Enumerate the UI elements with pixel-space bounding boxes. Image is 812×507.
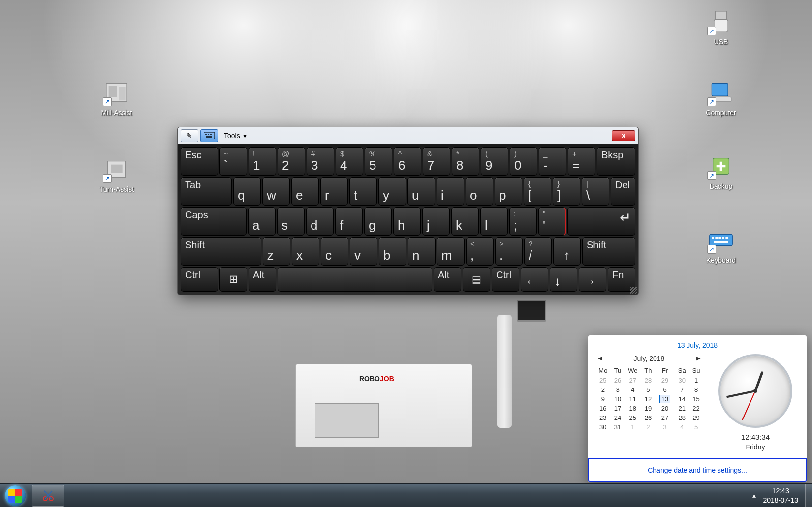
key-backtick[interactable]: ~` — [219, 147, 247, 176]
key-arrow-right[interactable]: → — [579, 267, 606, 292]
key-period[interactable]: >. — [495, 237, 523, 266]
key-q[interactable]: q — [233, 177, 261, 206]
key-backspace[interactable]: Bksp — [597, 147, 635, 176]
key-0[interactable]: )0 — [510, 147, 537, 176]
key-menu[interactable]: ▤ — [463, 267, 490, 292]
calendar-day[interactable]: 18 — [624, 404, 641, 413]
key-5[interactable]: %5 — [365, 147, 392, 176]
calendar-day[interactable]: 8 — [689, 385, 703, 394]
key-v[interactable]: v — [350, 237, 377, 266]
key-a[interactable]: a — [248, 207, 276, 236]
key-8[interactable]: *8 — [452, 147, 479, 176]
calendar-day[interactable]: 20 — [655, 404, 675, 413]
key-4[interactable]: $4 — [336, 147, 363, 176]
calendar-day[interactable]: 2 — [595, 385, 611, 394]
prev-month-button[interactable]: ◀ — [595, 354, 605, 362]
keyboard-mode-button[interactable] — [200, 129, 218, 142]
calendar-day[interactable]: 11 — [624, 394, 641, 404]
key-r[interactable]: r — [320, 177, 348, 206]
key-slash[interactable]: ?/ — [524, 237, 552, 266]
calendar-day[interactable]: 12 — [641, 394, 655, 404]
key-e[interactable]: e — [291, 177, 319, 206]
key-d[interactable]: d — [306, 207, 334, 236]
calendar-grid[interactable]: MoTuWeThFrSaSu 2526272829301234567891011… — [595, 365, 703, 432]
taskbar-snipping-tool[interactable] — [32, 485, 64, 507]
key-arrow-left[interactable]: ← — [521, 267, 548, 292]
calendar-day[interactable]: 3 — [611, 385, 625, 394]
desktop-icon-mill-assist[interactable]: ↗ Mill-Assist — [94, 79, 139, 117]
key-w[interactable]: w — [262, 177, 290, 206]
calendar-day[interactable]: 31 — [611, 422, 625, 432]
calendar-day[interactable]: 26 — [611, 376, 625, 385]
key-i[interactable]: i — [437, 177, 464, 206]
key-2[interactable]: @2 — [278, 147, 305, 176]
key-alt-right[interactable]: Alt — [434, 267, 461, 292]
calendar-day[interactable]: 16 — [595, 404, 611, 413]
key-shift-right[interactable]: Shift — [582, 237, 635, 266]
key-backslash[interactable]: |\ — [582, 177, 609, 206]
calendar-day[interactable]: 13 — [655, 394, 675, 404]
key-arrow-down[interactable]: ↓ — [550, 267, 577, 292]
key-ctrl-left[interactable]: Ctrl — [181, 267, 218, 292]
calendar-day[interactable]: 1 — [624, 422, 641, 432]
calendar-day[interactable]: 28 — [641, 376, 655, 385]
key-arrow-up[interactable]: ↑ — [553, 237, 581, 266]
calendar-day[interactable]: 29 — [655, 376, 675, 385]
key-semicolon[interactable]: :; — [509, 207, 537, 236]
calendar-day[interactable]: 27 — [624, 376, 641, 385]
key-tab[interactable]: Tab — [181, 177, 232, 206]
key-n[interactable]: n — [408, 237, 436, 266]
calendar-day[interactable]: 30 — [595, 422, 611, 432]
key-c[interactable]: c — [321, 237, 348, 266]
key-z[interactable]: z — [263, 237, 290, 266]
key-6[interactable]: ^6 — [394, 147, 421, 176]
key-f[interactable]: f — [335, 207, 363, 236]
key-enter[interactable]: ↵ — [567, 207, 635, 236]
close-button[interactable]: x — [612, 130, 635, 141]
calendar-day[interactable]: 7 — [675, 385, 689, 394]
calendar-day[interactable]: 2 — [641, 422, 655, 432]
key-t[interactable]: t — [349, 177, 377, 206]
resize-grip[interactable] — [630, 287, 637, 294]
show-desktop-button[interactable] — [805, 484, 812, 507]
calendar-day[interactable]: 23 — [595, 413, 611, 422]
key-esc[interactable]: Esc — [181, 147, 218, 176]
key-quote[interactable]: "' — [538, 207, 566, 236]
calendar-day[interactable]: 9 — [595, 394, 611, 404]
key-capslock[interactable]: Caps — [181, 207, 247, 236]
calendar-day[interactable]: 27 — [655, 413, 675, 422]
calendar-day[interactable]: 28 — [675, 413, 689, 422]
key-bracket-open[interactable]: {[ — [524, 177, 551, 206]
calendar-day[interactable]: 5 — [689, 422, 703, 432]
key-j[interactable]: j — [422, 207, 450, 236]
calendar-day[interactable]: 4 — [624, 385, 641, 394]
tray-chevron-icon[interactable]: ▴ — [752, 491, 756, 500]
key-x[interactable]: x — [292, 237, 319, 266]
handwriting-mode-button[interactable]: ✎ — [181, 129, 198, 142]
desktop-icon-computer[interactable]: ↗ Computer — [699, 79, 743, 117]
calendar-day[interactable]: 19 — [641, 404, 655, 413]
key-k[interactable]: k — [451, 207, 479, 236]
calendar-day[interactable]: 25 — [624, 413, 641, 422]
key-comma[interactable]: <, — [466, 237, 494, 266]
calendar-day[interactable]: 1 — [689, 376, 703, 385]
desktop-icon-usb[interactable]: ↗ USB — [699, 8, 743, 46]
key-p[interactable]: p — [495, 177, 522, 206]
calendar-day[interactable]: 17 — [611, 404, 625, 413]
key-ctrl-right[interactable]: Ctrl — [492, 267, 519, 292]
calendar-day[interactable]: 26 — [641, 413, 655, 422]
start-button[interactable] — [0, 484, 31, 507]
calendar-day[interactable]: 3 — [655, 422, 675, 432]
calendar-day[interactable]: 10 — [611, 394, 625, 404]
key-windows[interactable]: ⊞ — [219, 267, 247, 292]
key-space[interactable] — [278, 267, 432, 292]
key-delete[interactable]: Del — [611, 177, 635, 206]
calendar-day[interactable]: 29 — [689, 413, 703, 422]
key-h[interactable]: h — [393, 207, 421, 236]
key-b[interactable]: b — [379, 237, 406, 266]
calendar-day[interactable]: 24 — [611, 413, 625, 422]
key-y[interactable]: y — [378, 177, 406, 206]
key-minus[interactable]: _- — [539, 147, 566, 176]
calendar-day[interactable]: 5 — [641, 385, 655, 394]
key-u[interactable]: u — [407, 177, 435, 206]
